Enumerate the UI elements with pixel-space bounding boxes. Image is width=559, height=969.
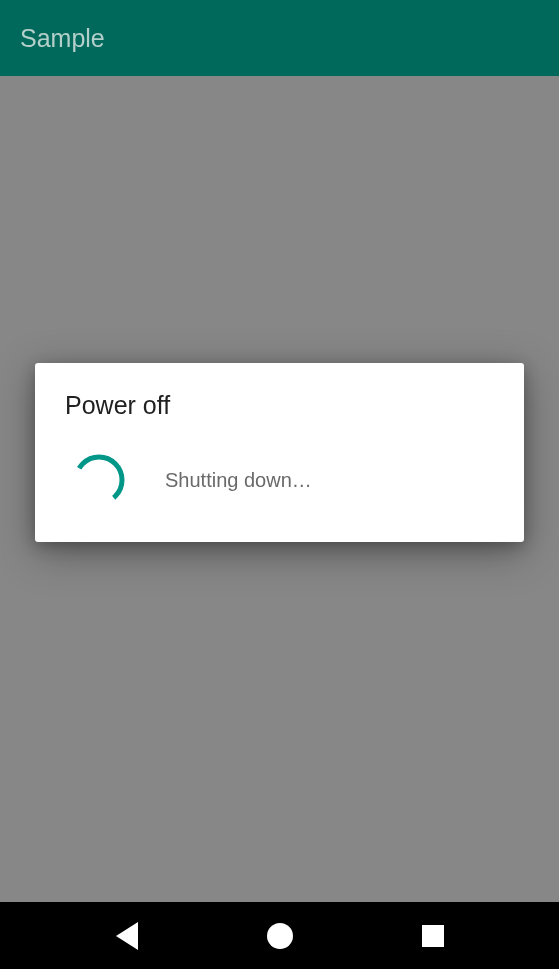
- nav-home-button[interactable]: [220, 902, 340, 969]
- back-icon: [116, 922, 138, 950]
- nav-back-button[interactable]: [67, 902, 187, 969]
- dialog-body: Shutting down…: [65, 452, 494, 508]
- home-icon: [267, 923, 293, 949]
- progress-spinner-icon: [71, 452, 127, 508]
- navigation-bar: [0, 902, 559, 969]
- svg-point-0: [73, 454, 125, 506]
- power-off-dialog: Power off Shutting down…: [35, 363, 524, 542]
- recent-apps-icon: [422, 925, 444, 947]
- app-bar: Sample: [0, 0, 559, 76]
- nav-recent-button[interactable]: [373, 902, 493, 969]
- dialog-message: Shutting down…: [165, 469, 312, 492]
- dialog-title: Power off: [65, 391, 494, 420]
- app-title: Sample: [20, 24, 105, 53]
